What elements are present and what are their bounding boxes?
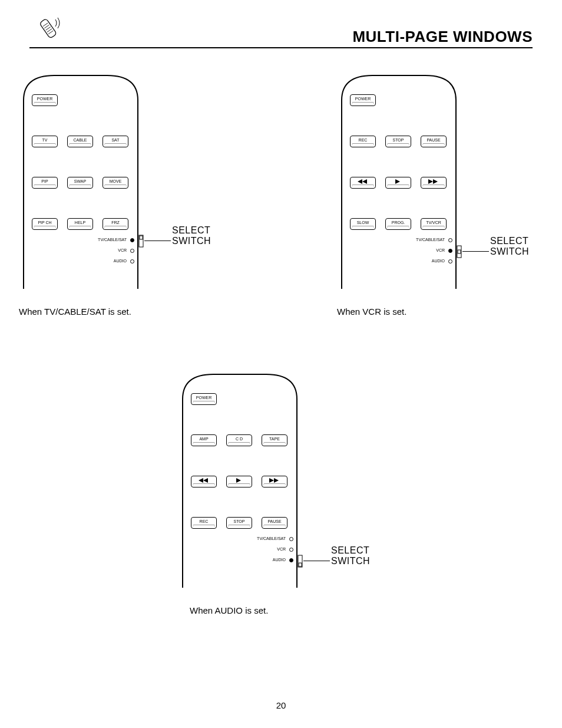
vcr-indicator-dot [130,249,134,253]
remote-diagram-vcr: POWERRECSTOPPAUSESLOWPROG.TV/VCRTV/CABLE… [337,71,543,317]
pip-button: PIP [32,177,58,189]
tv-cable-sat-indicator: TV/CABLE/SAT [416,235,452,245]
power-button: POWER [32,94,58,106]
svg-marker-11 [428,179,433,184]
help-button: HELP [67,218,93,230]
vcr-indicator: VCR [98,245,134,256]
pip-ch-button: PIP CH [32,218,58,230]
remote-logo-icon [34,15,64,41]
svg-marker-12 [433,179,438,184]
tv-cable-sat-indicator-dot [289,537,293,541]
tv-vcr-button: TV/VCR [421,218,447,230]
connector-line [462,251,489,252]
remote-body: POWERAMPC DTAPERECSTOPPAUSETV/CABLE/SATV… [178,370,302,588]
fast-forward-icon-button [262,476,287,487]
slow-button: SLOW [350,218,376,230]
tape-button: TAPE [262,434,287,446]
tv-cable-sat-indicator-dot [130,238,134,242]
power-button: POWER [191,393,217,405]
remote-caption: When TV/CABLE/SAT is set. [19,307,225,317]
prog--button: PROG. [385,218,411,230]
sat-button: SAT [103,136,128,147]
move-button: MOVE [103,177,128,189]
audio-indicator-label: AUDIO [273,555,286,565]
tv-cable-sat-indicator: TV/CABLE/SAT [98,235,134,245]
select-text: SELECT [331,545,370,556]
vcr-indicator-dot [289,548,293,552]
remote-diagram-audio: POWERAMPC DTAPERECSTOPPAUSETV/CABLE/SATV… [178,370,384,615]
select-switch-icon [138,235,144,250]
play-icon-button [226,476,252,487]
rewind-icon-button [350,177,376,189]
rewind-icon-button [191,476,217,487]
vcr-indicator: VCR [416,245,452,256]
select-switch-icon [457,245,462,261]
tv-button: TV [32,136,58,147]
remote-caption: When VCR is set. [337,307,543,317]
select-text: SELECT [490,236,529,246]
svg-rect-21 [299,563,302,566]
remote-caption: When AUDIO is set. [190,605,384,615]
pause-button: PAUSE [262,517,287,529]
vcr-indicator-label: VCR [277,544,286,555]
connector-line [144,241,171,241]
svg-marker-19 [274,478,279,483]
select-text: SELECT [172,225,211,236]
switch-text: SWITCH [331,556,370,566]
svg-marker-8 [358,179,362,184]
svg-marker-10 [395,179,400,184]
switch-text: SWITCH [172,236,211,246]
audio-indicator-dot [130,259,134,263]
select-switch-icon [297,555,303,570]
mode-indicators: TV/CABLE/SATVCRAUDIO [98,235,134,266]
svg-marker-18 [269,478,274,483]
tv-cable-sat-indicator-label: TV/CABLE/SAT [416,235,445,245]
switch-text: SWITCH [490,246,529,257]
connector-line [303,561,330,561]
audio-indicator-dot [448,259,452,263]
svg-marker-9 [362,179,367,184]
vcr-indicator-dot [448,249,452,253]
stop-button: STOP [385,136,411,147]
page-title: MULTI-PAGE WINDOWS [352,28,533,46]
audio-indicator: AUDIO [98,256,134,266]
select-switch-label: SELECTSWITCH [490,236,529,257]
mode-indicators: TV/CABLE/SATVCRAUDIO [257,533,293,565]
swap-button: SWAP [67,177,93,189]
tv-cable-sat-indicator-label: TV/CABLE/SAT [98,235,127,245]
svg-rect-7 [140,236,143,239]
amp-button: AMP [191,434,217,446]
fast-forward-icon-button [421,177,447,189]
frz-button: FRZ [103,218,128,230]
cable-button: CABLE [67,136,93,147]
tv-cable-sat-indicator-label: TV/CABLE/SAT [257,533,286,544]
vcr-indicator-label: VCR [436,245,445,256]
svg-rect-14 [458,250,461,253]
page-header: MULTI-PAGE WINDOWS [29,18,533,48]
stop-button: STOP [226,517,252,529]
audio-indicator: AUDIO [257,555,293,565]
rec-button: REC [191,517,217,529]
remote-body: POWERRECSTOPPAUSESLOWPROG.TV/VCRTV/CABLE… [337,71,461,289]
svg-marker-17 [236,478,241,483]
tv-cable-sat-indicator-dot [448,238,452,242]
page-number: 20 [0,700,562,710]
svg-marker-16 [203,478,208,483]
tv-cable-sat-indicator: TV/CABLE/SAT [257,533,293,544]
vcr-indicator-label: VCR [118,245,127,256]
power-button: POWER [350,94,376,106]
select-switch-label: SELECTSWITCH [331,545,370,566]
audio-indicator: AUDIO [416,256,452,266]
pause-button: PAUSE [421,136,447,147]
audio-indicator-label: AUDIO [114,256,127,266]
vcr-indicator: VCR [257,544,293,555]
select-switch-label: SELECTSWITCH [172,225,211,246]
audio-indicator-label: AUDIO [432,256,445,266]
play-icon-button [385,177,411,189]
rec-button: REC [350,136,376,147]
audio-indicator-dot [289,558,293,562]
remote-diagram-tv: POWERTVCABLESATPIPSWAPMOVEPIP CHHELPFRZT… [19,71,225,317]
svg-marker-15 [199,478,203,483]
c-d-button: C D [226,434,252,446]
remote-body: POWERTVCABLESATPIPSWAPMOVEPIP CHHELPFRZT… [19,71,143,289]
